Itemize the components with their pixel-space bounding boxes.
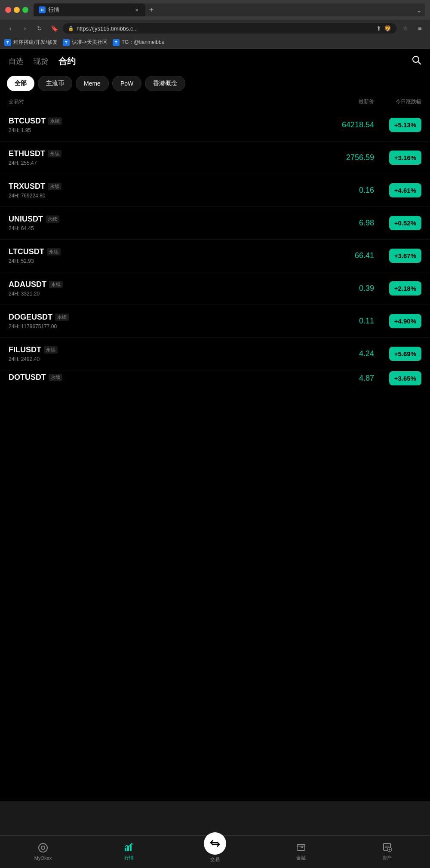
bookmark-icon-2: T bbox=[63, 39, 70, 46]
coin-info-ltcusdt: LTCUSDT 永续 24H: 52.93 bbox=[9, 247, 305, 264]
cat-btn-mainstream[interactable]: 主流币 bbox=[38, 76, 72, 91]
bookmark-icon-1: T bbox=[4, 39, 11, 46]
nav-market[interactable]: 行情 bbox=[86, 841, 172, 861]
address-bar[interactable]: 🔒 https://jys115.timibbs.c... ⬆ 🦁 bbox=[63, 23, 396, 34]
coin-row-uniusdt[interactable]: UNIUSDT 永续 24H: 64.45 6.98 +0.52% bbox=[0, 207, 430, 240]
bookmark-item-2[interactable]: T 认准->天美社区 bbox=[63, 39, 108, 46]
coin-row-filusdt[interactable]: FILUSDT 永续 24H: 2492.40 4.24 +5.69% bbox=[0, 338, 430, 370]
coin-volume-dogeusdt: 24H: 1179675177.00 bbox=[9, 323, 305, 329]
change-badge-adausdt: +2.18% bbox=[389, 281, 421, 295]
cat-btn-pow[interactable]: PoW bbox=[112, 76, 141, 91]
bookmark-icon-3: T bbox=[113, 39, 120, 46]
bookmark-item-1[interactable]: T 程序搭建/开发/修复 bbox=[4, 39, 58, 46]
bookmark-label-1: 程序搭建/开发/修复 bbox=[13, 39, 58, 46]
header-change: 今日涨跌幅 bbox=[374, 98, 421, 105]
coin-price-dogeusdt: 0.11 bbox=[305, 317, 374, 326]
coin-row-btcusdt[interactable]: BTCUSDT 永续 24H: 1.95 64218.54 +5.13% bbox=[0, 109, 430, 142]
coin-info-uniusdt: UNIUSDT 永续 24H: 64.45 bbox=[9, 215, 305, 231]
bookmark-label-2: 认准->天美社区 bbox=[72, 39, 108, 46]
change-badge-uniusdt: +0.52% bbox=[389, 216, 421, 230]
coin-name-btcusdt: BTCUSDT bbox=[9, 117, 46, 126]
nav-market-label: 行情 bbox=[124, 855, 134, 861]
coin-info-btcusdt: BTCUSDT 永续 24H: 1.95 bbox=[9, 117, 305, 133]
share-icon[interactable]: ⬆ bbox=[376, 25, 381, 32]
coin-change-dotusdt: +3.65% bbox=[374, 371, 421, 385]
coin-badge-ltcusdt: 永续 bbox=[47, 248, 61, 255]
coin-badge-filusdt: 永续 bbox=[44, 346, 58, 354]
coin-price-adausdt: 0.39 bbox=[305, 284, 374, 293]
favorites-button[interactable]: ☆ bbox=[399, 22, 411, 34]
coin-volume-ethusdt: 24H: 255.47 bbox=[9, 160, 305, 166]
coin-volume-uniusdt: 24H: 64.45 bbox=[9, 225, 305, 231]
minimize-button[interactable] bbox=[14, 7, 20, 13]
back-button[interactable]: ‹ bbox=[4, 22, 16, 34]
app-content: 自选 现货 合约 全部 主流币 Meme PoW 香港概念 交易对 最新价 今日… bbox=[0, 49, 430, 801]
coin-info-filusdt: FILUSDT 永续 24H: 2492.40 bbox=[9, 345, 305, 362]
coin-row-dogeusdt[interactable]: DOGEUSDT 永续 24H: 1179675177.00 0.11 +4.9… bbox=[0, 305, 430, 338]
nav-myokex[interactable]: MyOkex bbox=[0, 842, 86, 861]
coin-price-trxusdt: 0.16 bbox=[305, 186, 374, 195]
coin-row-ltcusdt[interactable]: LTCUSDT 永续 24H: 52.93 66.41 +3.67% bbox=[0, 240, 430, 272]
nav-trade[interactable]: 交易 bbox=[172, 839, 258, 863]
tab-menu-button[interactable]: ⌄ bbox=[413, 4, 425, 16]
change-badge-ethusdt: +3.16% bbox=[389, 151, 421, 165]
myokex-icon bbox=[37, 842, 49, 854]
browser-menu-button[interactable]: ≡ bbox=[414, 22, 426, 34]
header-price: 最新价 bbox=[305, 98, 374, 105]
svg-line-1 bbox=[418, 62, 421, 64]
trade-exchange-button[interactable] bbox=[204, 832, 226, 855]
change-badge-trxusdt: +4.61% bbox=[389, 183, 421, 197]
maximize-button[interactable] bbox=[22, 7, 28, 13]
cat-btn-all[interactable]: 全部 bbox=[7, 76, 34, 91]
coin-price-ltcusdt: 66.41 bbox=[305, 251, 374, 260]
bookmark-button[interactable]: 🔖 bbox=[48, 22, 60, 34]
brave-icon: 🦁 bbox=[384, 25, 391, 32]
category-tabs: 全部 主流币 Meme PoW 香港概念 bbox=[0, 72, 430, 95]
coin-list: BTCUSDT 永续 24H: 1.95 64218.54 +5.13% ETH… bbox=[0, 109, 430, 412]
coin-volume-filusdt: 24H: 2492.40 bbox=[9, 356, 305, 362]
coin-name-dogeusdt: DOGEUSDT bbox=[9, 313, 52, 322]
coin-info-dotusdt: DOTUSDT 永续 bbox=[9, 373, 305, 384]
cat-btn-hongkong[interactable]: 香港概念 bbox=[145, 76, 185, 91]
nav-assets-label: 资产 bbox=[382, 855, 392, 861]
nav-myokex-label: MyOkex bbox=[34, 856, 52, 861]
cat-btn-meme[interactable]: Meme bbox=[76, 76, 109, 91]
coin-change-trxusdt: +4.61% bbox=[374, 183, 421, 197]
tab-title: 行情 bbox=[48, 6, 59, 14]
coin-row-ethusdt[interactable]: ETHUSDT 永续 24H: 255.47 2756.59 +3.16% bbox=[0, 142, 430, 174]
nav-bar: ‹ › ↻ 🔖 🔒 https://jys115.timibbs.c... ⬆ … bbox=[0, 20, 430, 37]
coin-volume-adausdt: 24H: 3321.20 bbox=[9, 291, 305, 297]
nav-trade-label: 交易 bbox=[210, 856, 220, 863]
coin-badge-adausdt: 永续 bbox=[49, 281, 63, 288]
nav-assets[interactable]: 资产 bbox=[344, 841, 430, 861]
coin-row-adausdt[interactable]: ADAUSDT 永续 24H: 3321.20 0.39 +2.18% bbox=[0, 272, 430, 305]
bookmark-item-3[interactable]: T TG：@tianmeibbs bbox=[113, 39, 164, 46]
forward-button[interactable]: › bbox=[19, 22, 31, 34]
tab-favicon: U bbox=[39, 6, 46, 13]
new-tab-button[interactable]: + bbox=[145, 4, 157, 16]
coin-row-trxusdt[interactable]: TRXUSDT 永续 24H: 769224.80 0.16 +4.61% bbox=[0, 174, 430, 207]
nav-item-heyue[interactable]: 合约 bbox=[58, 55, 76, 67]
active-tab[interactable]: U 行情 ✕ bbox=[34, 3, 145, 16]
nav-finance[interactable]: 金融 bbox=[258, 841, 344, 861]
tab-close-button[interactable]: ✕ bbox=[133, 6, 140, 13]
close-button[interactable] bbox=[5, 7, 11, 13]
coin-name-filusdt: FILUSDT bbox=[9, 345, 41, 354]
nav-finance-label: 金融 bbox=[296, 855, 306, 861]
coin-row-dotusdt[interactable]: DOTUSDT 永续 4.87 +3.65% bbox=[0, 370, 430, 412]
reload-button[interactable]: ↻ bbox=[34, 22, 46, 34]
coin-name-trxusdt: TRXUSDT bbox=[9, 182, 45, 191]
coin-badge-dogeusdt: 永续 bbox=[55, 314, 69, 321]
search-button[interactable] bbox=[412, 55, 421, 67]
coin-name-adausdt: ADAUSDT bbox=[9, 280, 46, 289]
bookmark-label-3: TG：@tianmeibbs bbox=[122, 39, 164, 46]
top-nav: 自选 现货 合约 bbox=[0, 49, 430, 72]
coin-volume-ltcusdt: 24H: 52.93 bbox=[9, 258, 305, 264]
change-badge-btcusdt: +5.13% bbox=[389, 118, 421, 132]
coin-change-dogeusdt: +4.90% bbox=[374, 314, 421, 328]
coin-info-dogeusdt: DOGEUSDT 永续 24H: 1179675177.00 bbox=[9, 313, 305, 329]
nav-item-xianhuo[interactable]: 现货 bbox=[34, 56, 48, 66]
lock-icon: 🔒 bbox=[68, 26, 74, 31]
header-pair: 交易对 bbox=[9, 98, 305, 105]
nav-item-zixuan[interactable]: 自选 bbox=[9, 56, 23, 66]
